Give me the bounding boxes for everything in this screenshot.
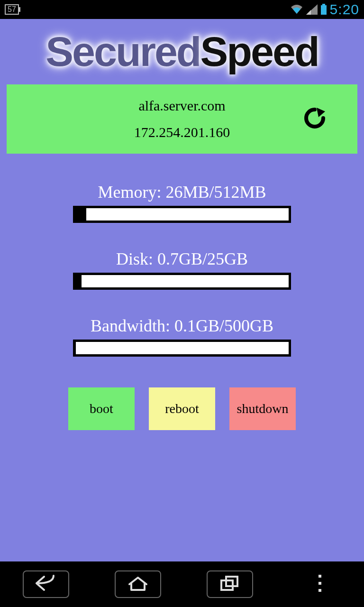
svg-rect-0 xyxy=(322,4,325,5)
memory-metric: Memory: 26MB/512MB xyxy=(7,182,357,223)
signal-icon xyxy=(306,4,318,15)
svg-rect-1 xyxy=(321,5,327,15)
battery-percent-badge: 57 xyxy=(5,4,19,15)
server-panel: alfa.server.com 172.254.201.160 xyxy=(7,84,357,154)
disk-label: Disk: 0.7GB/25GB xyxy=(116,249,248,269)
status-left: 57 xyxy=(5,4,19,15)
menu-icon xyxy=(317,574,323,595)
back-button[interactable] xyxy=(23,570,69,598)
app-logo: SecuredSpeed xyxy=(7,19,357,80)
memory-label: Memory: 26MB/512MB xyxy=(98,182,266,202)
svg-rect-5 xyxy=(318,582,321,585)
bandwidth-label: Bandwidth: 0.1GB/500GB xyxy=(91,316,273,336)
logo-part2: Speed xyxy=(200,28,318,75)
reboot-button[interactable]: reboot xyxy=(149,387,215,430)
server-hostname: alfa.server.com xyxy=(138,98,225,114)
bandwidth-metric: Bandwidth: 0.1GB/500GB xyxy=(7,316,357,357)
svg-rect-6 xyxy=(318,589,321,592)
metrics-section: Memory: 26MB/512MB Disk: 0.7GB/25GB Band… xyxy=(7,182,357,383)
wifi-icon xyxy=(290,4,303,15)
action-row: boot reboot shutdown xyxy=(68,387,296,430)
svg-rect-4 xyxy=(318,575,321,578)
disk-bar xyxy=(73,273,291,290)
recent-icon xyxy=(219,575,240,594)
refresh-button[interactable] xyxy=(300,105,329,133)
disk-metric: Disk: 0.7GB/25GB xyxy=(7,249,357,290)
bandwidth-bar xyxy=(73,340,291,357)
battery-icon xyxy=(320,4,327,15)
memory-bar xyxy=(73,206,291,223)
disk-bar-fill xyxy=(75,275,82,287)
navigation-bar xyxy=(0,561,364,607)
menu-button[interactable] xyxy=(299,571,341,598)
home-button[interactable] xyxy=(115,570,161,598)
back-icon xyxy=(35,575,57,594)
home-icon xyxy=(127,575,149,594)
clock-text: 5:20 xyxy=(330,1,359,18)
recent-apps-button[interactable] xyxy=(207,570,253,598)
boot-button[interactable]: boot xyxy=(68,387,135,430)
shutdown-button[interactable]: shutdown xyxy=(229,387,296,430)
server-ip: 172.254.201.160 xyxy=(134,124,230,140)
main-content: SecuredSpeed alfa.server.com 172.254.201… xyxy=(0,19,364,561)
refresh-icon xyxy=(302,106,327,132)
logo-part1: Secured xyxy=(46,28,200,75)
status-bar: 57 5:20 xyxy=(0,0,364,19)
memory-bar-fill xyxy=(75,208,86,221)
status-right: 5:20 xyxy=(290,1,359,18)
